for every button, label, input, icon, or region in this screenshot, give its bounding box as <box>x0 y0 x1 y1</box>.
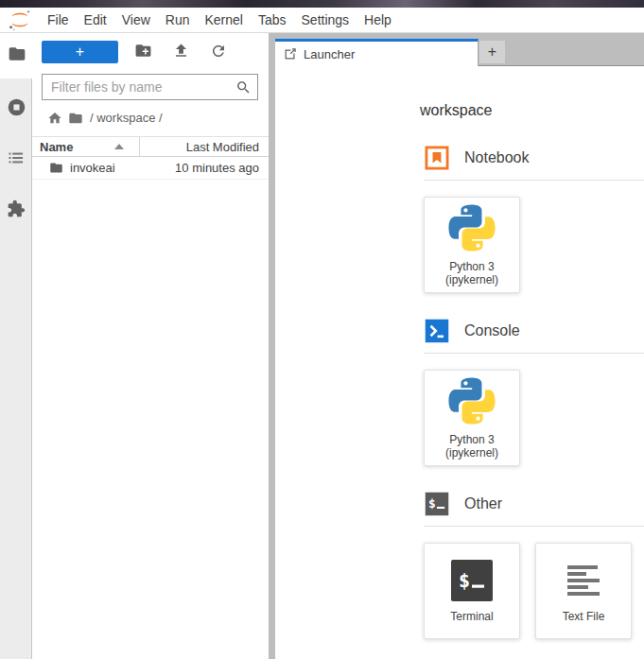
add-tab-button[interactable]: + <box>479 41 505 63</box>
dock-tab-bar: Launcher + <box>275 33 644 66</box>
card-title: Python 3 <box>445 433 498 446</box>
activity-sidebar <box>0 33 32 659</box>
launcher-section-other: $ Other $ <box>420 491 644 639</box>
filter-files-input[interactable] <box>42 74 258 100</box>
card-subtitle: (ipykernel) <box>445 273 498 286</box>
file-row-invokeai[interactable]: invokeai 10 minutes ago <box>32 157 269 180</box>
sidebar-tab-running[interactable] <box>0 86 32 131</box>
svg-text:$: $ <box>459 569 470 592</box>
launcher-title: workspace <box>420 102 644 120</box>
name-column-label: Name <box>40 140 73 154</box>
section-divider <box>424 353 644 354</box>
file-browser-panel: + <box>32 33 269 659</box>
jupyterlab-window: File Edit View Run Kernel Tabs Settings … <box>0 0 644 659</box>
sidebar-tab-extensions[interactable] <box>0 188 32 234</box>
launcher-card-console-python3[interactable]: Python 3 (ipykernel) <box>424 370 520 466</box>
console-icon <box>424 318 450 344</box>
menu-help[interactable]: Help <box>357 8 399 32</box>
launcher-card-terminal[interactable]: $ Terminal <box>424 543 520 639</box>
notebook-icon <box>424 145 450 171</box>
breadcrumb-folder-icon[interactable] <box>68 111 83 126</box>
file-modified: 10 minutes ago <box>115 161 269 175</box>
launcher-tab-icon <box>284 47 297 61</box>
folder-icon <box>49 161 63 175</box>
tab-launcher-label: Launcher <box>304 47 355 61</box>
text-file-icon <box>563 560 604 601</box>
home-icon[interactable] <box>47 111 62 126</box>
menu-run[interactable]: Run <box>158 8 198 32</box>
new-launcher-button[interactable]: + <box>42 41 118 63</box>
svg-text:$: $ <box>428 496 436 511</box>
breadcrumb-path[interactable]: / workspace / <box>90 111 163 125</box>
menu-kernel[interactable]: Kernel <box>197 8 250 32</box>
extensions-icon <box>7 199 26 222</box>
column-header-last-modified[interactable]: Last Modified <box>140 140 269 154</box>
search-icon <box>235 79 252 99</box>
card-subtitle: (ipykernel) <box>445 446 498 460</box>
terminal-icon: $ <box>424 491 450 517</box>
menubar: File Edit View Run Kernel Tabs Settings … <box>0 8 644 33</box>
card-title: Terminal <box>450 610 493 623</box>
launcher-section-console: Console Python 3 <box>420 318 644 466</box>
tab-launcher[interactable]: Launcher <box>275 39 479 66</box>
sidebar-tab-file-browser[interactable] <box>0 33 33 78</box>
main-dock-panel: Launcher + workspace Noteboo <box>275 33 644 659</box>
section-label-notebook: Notebook <box>464 149 530 166</box>
sort-ascending-icon <box>114 144 124 149</box>
launcher-card-notebook-python3[interactable]: Python 3 (ipykernel) <box>424 197 520 293</box>
section-label-console: Console <box>464 322 520 339</box>
file-list-header: Name Last Modified <box>32 136 269 157</box>
folder-icon <box>8 44 26 67</box>
launcher-body: workspace Notebook <box>275 66 644 659</box>
sidebar-tab-table-of-contents[interactable] <box>0 137 32 182</box>
python-logo-icon <box>448 377 496 425</box>
menu-file[interactable]: File <box>40 8 77 32</box>
new-folder-button[interactable] <box>125 39 161 65</box>
table-of-contents-icon <box>7 148 26 171</box>
launcher-section-notebook: Notebook Python 3 <box>420 145 644 293</box>
menu-view[interactable]: View <box>114 8 158 32</box>
upload-button[interactable] <box>163 39 199 65</box>
running-kernels-icon <box>7 97 26 121</box>
menu-tabs[interactable]: Tabs <box>251 8 294 32</box>
card-title: Text File <box>563 610 605 623</box>
desktop-background-strip <box>0 0 644 8</box>
menu-settings[interactable]: Settings <box>294 8 357 32</box>
python-logo-icon <box>448 204 496 251</box>
file-name: invokeai <box>70 161 115 175</box>
breadcrumb: / workspace / <box>32 107 269 129</box>
new-folder-icon <box>134 42 152 62</box>
upload-icon <box>172 42 190 62</box>
card-title: Python 3 <box>445 260 498 273</box>
file-browser-toolbar: + <box>32 33 269 71</box>
panel-splitter[interactable] <box>269 33 275 659</box>
refresh-icon <box>210 43 227 62</box>
terminal-icon: $ <box>451 560 493 601</box>
jupyter-logo-icon <box>0 8 40 32</box>
section-divider <box>424 526 644 527</box>
filter-files-search <box>42 74 259 100</box>
launcher-card-text-file[interactable]: Text File <box>535 543 632 639</box>
section-divider <box>424 180 644 181</box>
section-label-other: Other <box>464 495 502 512</box>
column-header-name[interactable]: Name <box>32 137 140 156</box>
menu-edit[interactable]: Edit <box>77 8 114 32</box>
refresh-button[interactable] <box>200 39 236 65</box>
